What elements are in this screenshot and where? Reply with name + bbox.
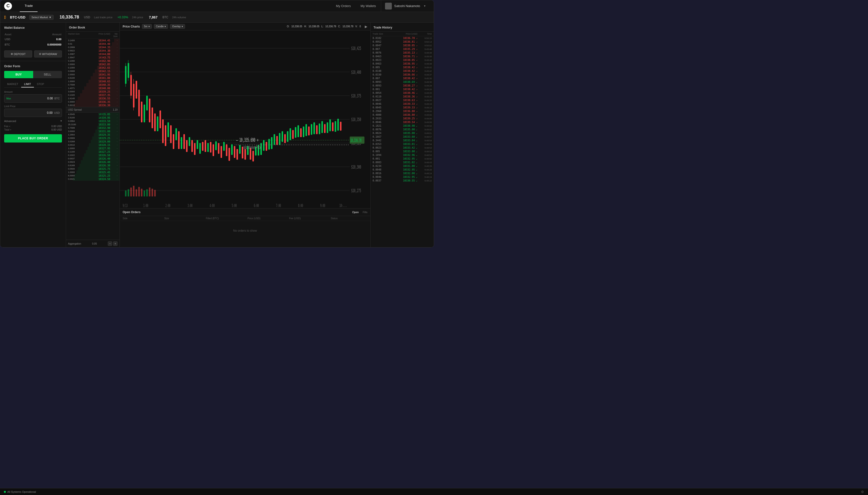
bid-row[interactable]: 1.0000 10327.95 - xyxy=(66,147,119,150)
ask-row[interactable]: 0.7599 10340.35 - xyxy=(66,83,119,86)
svg-rect-98 xyxy=(300,129,301,137)
ask-row[interactable]: 0.01 10344.40 - xyxy=(66,42,119,46)
trade-history-row: 0.0093 10338.27 ↗ 9:49:28 xyxy=(371,84,434,87)
bid-row[interactable]: 0.0023 10326.40 - xyxy=(66,160,119,164)
ob-col-my-size: My Size xyxy=(110,33,117,37)
bid-row[interactable]: 0.1100 10327.25 - xyxy=(66,150,119,153)
tab-market[interactable]: MARKET xyxy=(4,81,21,87)
ask-row[interactable]: 3.1400 10344.45 - xyxy=(66,39,119,42)
bid-row[interactable]: 1.0000 10325.45 - xyxy=(66,171,119,174)
ask-row[interactable]: 1.4371 10340.00 - xyxy=(66,86,119,90)
svg-rect-63 xyxy=(207,143,209,152)
bid-row[interactable]: 0.0984 10333.50 - xyxy=(66,119,119,123)
ask-row[interactable]: 0.2999 10344.35 - xyxy=(66,46,119,49)
limit-price-label: Limit Price xyxy=(4,105,62,108)
ask-row[interactable]: 0.6100 10341.80 - xyxy=(66,76,119,80)
svg-rect-55 xyxy=(186,140,187,152)
svg-rect-106 xyxy=(321,121,323,133)
advanced-toggle[interactable]: Advanced ▾ xyxy=(4,119,62,122)
svg-rect-68 xyxy=(220,146,222,158)
total-label: Total ≈ xyxy=(4,129,11,131)
timeframe-dropdown[interactable]: 5m ▾ xyxy=(142,24,152,29)
trade-history-row: 0.0083 10331.02 ↙ 9:48:43 xyxy=(371,160,434,164)
bid-row[interactable]: 0.0010 10328.15 - xyxy=(66,143,119,147)
trade-history-row: 0.007 10338.42 ↗ 9:45:35 xyxy=(371,76,434,80)
select-market-button[interactable]: Select Market ▼ xyxy=(29,15,54,20)
ask-row[interactable]: 0.1000 10342.65 - xyxy=(66,66,119,69)
bid-row[interactable]: 0.0037 10326.40 - xyxy=(66,157,119,160)
ask-row[interactable]: 0.1320 10337.35 - xyxy=(66,93,119,97)
last-trade-price: 10,336.78 xyxy=(60,15,79,20)
bid-row[interactable]: 0.7599 10332.90 - xyxy=(66,126,119,130)
bid-row[interactable]: 1.2904 10329.35 - xyxy=(66,133,119,136)
bid-row[interactable]: 4.0045 10335.05 - xyxy=(66,113,119,116)
ask-row[interactable]: 1.0047 10343.75 - xyxy=(66,56,119,59)
ask-rows: 3.1400 10344.45 - 0.01 10344.40 - 0.2999… xyxy=(66,39,119,107)
ask-row[interactable]: 2.0000 10342.85 - xyxy=(66,63,119,66)
svg-rect-113 xyxy=(340,122,341,131)
bid-row[interactable]: 3.0268 10329.00 - xyxy=(66,140,119,143)
svg-rect-47 xyxy=(165,125,166,146)
trade-history-row: 0.0024 10335.00 ↙ 9:49:01 xyxy=(371,131,434,135)
bid-row[interactable]: 0.6168 10326.30 - xyxy=(66,164,119,167)
last-price-label: Last trade price xyxy=(94,16,113,19)
deposit-button[interactable]: ⊕ DEPOSIT xyxy=(4,50,32,57)
my-orders-button[interactable]: My Orders xyxy=(331,0,356,12)
svg-rect-123 xyxy=(149,188,150,197)
trade-history-row: 0.0330 10336.66 ↗ 9:49:37 xyxy=(371,73,434,76)
buy-tab[interactable]: BUY xyxy=(4,71,33,78)
svg-rect-43 xyxy=(154,114,156,131)
limit-price-unit: USD xyxy=(54,111,60,114)
sell-tab[interactable]: SELL xyxy=(33,71,62,78)
tab-stop[interactable]: STOP xyxy=(34,81,47,87)
app-logo[interactable]: C xyxy=(4,2,12,10)
open-orders-title: Open Orders xyxy=(122,210,141,214)
bid-row[interactable]: 0.1022 10326.50 - xyxy=(66,153,119,157)
bid-row[interactable]: 0.0500 10325.75 - xyxy=(66,167,119,171)
chart-type-dropdown[interactable]: Candle ▾ xyxy=(154,24,168,29)
trade-history-row: 0.4000 10336.80 ↗ 9:49:06 xyxy=(371,113,434,117)
tab-trade[interactable]: Trade xyxy=(20,0,37,12)
aggregation-increase-button[interactable]: + xyxy=(113,241,117,246)
bid-row[interactable]: 0.0021 10324.50 - xyxy=(66,177,119,181)
bid-row[interactable]: 2.5100 10334.95 - xyxy=(66,116,119,119)
chart-expand-button[interactable]: ▶ xyxy=(365,24,367,29)
svg-rect-70 xyxy=(226,144,227,156)
my-wallets-button[interactable]: My Wallets xyxy=(356,0,381,12)
tab-limit[interactable]: LIMIT xyxy=(21,81,34,87)
ask-row[interactable]: 0.1090 10342.90 - xyxy=(66,59,119,63)
tab-open[interactable]: Open xyxy=(352,211,359,214)
svg-text:$10,425: $10,425 xyxy=(351,46,361,51)
ask-row[interactable]: 0.0688 10342.15 - xyxy=(66,69,119,73)
amount-input[interactable] xyxy=(11,97,54,100)
ask-row[interactable]: 2.0000 10341.95 - xyxy=(66,73,119,76)
overlay-dropdown[interactable]: Overlay ▾ xyxy=(170,24,185,29)
total-value: 0.00 USD xyxy=(51,129,62,131)
bid-row[interactable]: 0.0999 10329.25 - xyxy=(66,136,119,140)
limit-price-input[interactable] xyxy=(6,111,54,115)
wallet-table: Asset Amount USD 0.00 BTC 0.00000000 xyxy=(4,32,62,48)
price-change-label: 24h price xyxy=(132,16,143,19)
ask-row[interactable]: 0.3000 10336.35 - xyxy=(66,100,119,104)
max-label[interactable]: Max xyxy=(6,97,11,100)
ask-row[interactable]: 5.6010 10336.30 - xyxy=(66,104,119,107)
ask-row[interactable]: 1.0087 10344.00 - xyxy=(66,52,119,56)
user-profile-button[interactable]: Satoshi Nakamoto ▼ xyxy=(381,0,430,12)
ask-row[interactable]: 2.4140 10336.55 - xyxy=(66,97,119,100)
candlestick-chart[interactable]: $10,425 $10,400 $10,375 $10,350 $10,325 … xyxy=(120,31,370,208)
tab-fills[interactable]: Fills xyxy=(363,211,367,214)
trade-history-row: 0.3442 10333.84 ↙ 9:48:54 xyxy=(371,139,434,142)
ask-row[interactable]: 1.0000 10340.65 - xyxy=(66,80,119,83)
withdraw-button[interactable]: ⊖ WITHDRAW xyxy=(34,50,62,57)
ask-row[interactable]: 0.5922 10344.30 - xyxy=(66,49,119,52)
svg-rect-122 xyxy=(146,189,148,197)
low-value: 10,336.78 xyxy=(325,25,336,28)
svg-rect-107 xyxy=(324,124,326,133)
bid-row[interactable]: 6.0000 10325.25 - xyxy=(66,174,119,177)
aggregation-decrease-button[interactable]: − xyxy=(108,241,112,246)
bid-row[interactable]: 25.3100 10333.00 - xyxy=(66,123,119,126)
trade-history-row: 0.0102 10336.78 ↗ 9:50:15 xyxy=(371,36,434,40)
ask-row[interactable]: 3.0000 10339.25 - xyxy=(66,90,119,93)
place-buy-order-button[interactable]: PLACE BUY ORDER xyxy=(4,134,62,142)
bid-row[interactable]: 3.0000 10331.00 - xyxy=(66,130,119,133)
